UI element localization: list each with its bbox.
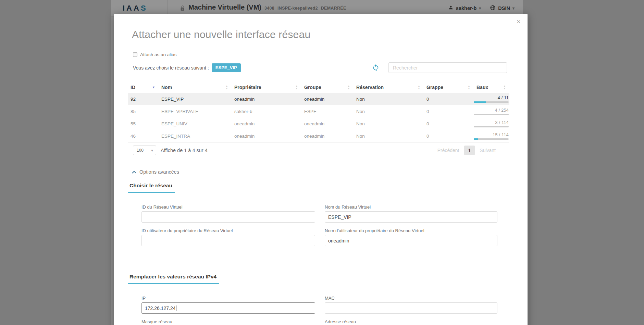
- mac-field[interactable]: [325, 302, 497, 314]
- cell-proprietaire: sakher-b: [232, 109, 301, 114]
- cell-reservation: Non: [354, 121, 424, 126]
- table-header-row: ID▼ Nom▲▼ Propriétaire▲▼ Groupe▲▼ Réserv…: [128, 82, 509, 93]
- search-input[interactable]: [388, 62, 507, 73]
- alias-checkbox[interactable]: [133, 52, 137, 57]
- cell-groupe: oneadmin: [301, 121, 354, 126]
- cell-groupe: oneadmin: [301, 134, 354, 139]
- table-row[interactable]: 55 ESPE_UNIV oneadmin oneadmin Non 0 3 /…: [128, 117, 509, 130]
- column-header-id[interactable]: ID▼: [128, 85, 159, 90]
- cell-id: 85: [128, 109, 159, 114]
- advanced-options-label: Options avancées: [139, 169, 179, 175]
- chosen-network-badge: ESPE_VIP: [212, 63, 241, 72]
- cell-id: 92: [128, 97, 159, 102]
- section-title-network: Choisir le réseau: [128, 183, 175, 193]
- cell-proprietaire: oneadmin: [232, 97, 301, 102]
- cell-baux: 3 / 114: [474, 120, 509, 127]
- vnet-table: ID▼ Nom▲▼ Propriétaire▲▼ Groupe▲▼ Réserv…: [128, 82, 509, 142]
- mac-label: MAC: [325, 296, 497, 301]
- column-header-baux[interactable]: Baux▲▼: [474, 85, 509, 90]
- cell-id: 46: [128, 134, 159, 139]
- cell-id: 55: [128, 121, 159, 126]
- previous-page-button[interactable]: Précédent: [437, 148, 459, 153]
- advanced-options-toggle[interactable]: Options avancées: [132, 169, 528, 175]
- vnet-name-field[interactable]: [325, 211, 497, 223]
- chosen-network-label: Vous avez choisi le réseau suivant :: [133, 65, 209, 71]
- sort-icon: ▲▼: [468, 85, 470, 90]
- cell-baux: 15 / 114: [474, 133, 509, 140]
- sort-icon: ▲▼: [503, 85, 506, 90]
- cell-proprietaire: oneadmin: [232, 134, 301, 139]
- vnet-id-field[interactable]: [141, 211, 315, 223]
- ip-field[interactable]: 172.26.127.24: [141, 302, 315, 314]
- cell-grappe: 0: [424, 121, 474, 126]
- sort-desc-icon: ▼: [152, 86, 155, 89]
- vnet-name-label: Nom du Réseau Virtuel: [325, 204, 497, 210]
- table-row[interactable]: 85 ESPE_VPRIVATE sakher-b ESPE Non 0 4 /…: [128, 105, 509, 117]
- owner-name-field[interactable]: [325, 235, 497, 246]
- pagination-info: Affiche de 1 à 4 sur 4: [161, 148, 208, 153]
- refresh-icon[interactable]: [372, 64, 380, 72]
- sort-icon: ▲▼: [295, 85, 298, 90]
- ip-label: IP: [141, 296, 315, 301]
- current-page-button[interactable]: 1: [464, 146, 475, 155]
- sort-icon: ▲▼: [225, 85, 228, 90]
- leases-bar: [474, 126, 509, 127]
- netmask-label: Masque réseau: [141, 319, 315, 324]
- column-header-reservation[interactable]: Réservation▲▼: [354, 85, 424, 90]
- cell-reservation: Non: [354, 109, 424, 114]
- owner-name-label: Nom d'utilisateur du propriétaire du Rés…: [325, 228, 497, 233]
- leases-bar: [474, 101, 509, 103]
- next-page-button[interactable]: Suivant: [480, 148, 496, 153]
- column-header-proprietaire[interactable]: Propriétaire▲▼: [232, 85, 301, 90]
- owner-id-field[interactable]: [141, 235, 315, 246]
- cell-proprietaire: oneadmin: [232, 121, 301, 126]
- close-icon[interactable]: ×: [517, 18, 521, 25]
- vnet-id-label: ID du Réseau Virtuel: [141, 204, 315, 210]
- cell-grappe: 0: [424, 97, 474, 102]
- cell-nom: ESPE_VPRIVATE: [159, 109, 232, 114]
- cell-grappe: 0: [424, 109, 474, 114]
- sort-icon: ▲▼: [347, 85, 350, 90]
- cell-reservation: Non: [354, 97, 424, 102]
- attach-nic-dialog: × Attacher une nouvelle interface réseau…: [114, 14, 528, 325]
- cell-baux: 4 / 11: [474, 96, 509, 103]
- column-header-nom[interactable]: Nom▲▼: [159, 85, 232, 90]
- table-row[interactable]: 46 ESPE_INTRA oneadmin oneadmin Non 0 15…: [128, 130, 509, 142]
- sort-icon: ▲▼: [418, 85, 420, 90]
- leases-bar: [474, 114, 509, 115]
- chosen-network-row: Vous avez choisi le réseau suivant : ESP…: [133, 62, 509, 73]
- leases-bar: [474, 138, 509, 140]
- page-size-select[interactable]: 100 ▾: [133, 146, 156, 155]
- cell-nom: ESPE_INTRA: [159, 134, 232, 139]
- alias-checkbox-label: Attach as an alias: [140, 52, 177, 57]
- network-address-label: Adresse réseau: [325, 319, 497, 324]
- cell-nom: ESPE_UNIV: [159, 121, 232, 126]
- screen: IAAS Machine Virtuelle (VM) 3408 INSPE-k…: [0, 0, 644, 325]
- cell-baux: 4 / 254: [474, 108, 509, 115]
- cell-groupe: oneadmin: [301, 97, 354, 102]
- table-row[interactable]: 92 ESPE_VIP oneadmin oneadmin Non 0 4 / …: [128, 93, 509, 105]
- cell-grappe: 0: [424, 134, 474, 139]
- ipv4-fields: IP 172.26.127.24 MAC Masque réseau Adres…: [141, 296, 497, 325]
- owner-id-label: ID utilisateur du propriétaire du Réseau…: [141, 228, 315, 233]
- column-header-groupe[interactable]: Groupe▲▼: [301, 85, 354, 90]
- chevron-down-icon: ▾: [151, 148, 153, 153]
- dialog-title: Attacher une nouvelle interface réseau: [132, 29, 528, 40]
- pagination-row: 100 ▾ Affiche de 1 à 4 sur 4 Précédent 1…: [133, 146, 509, 155]
- section-title-ipv4: Remplacer les valeurs réseau IPv4: [128, 274, 219, 284]
- cell-nom: ESPE_VIP: [159, 97, 232, 102]
- chevron-up-icon: [132, 169, 136, 175]
- network-fields: ID du Réseau Virtuel Nom du Réseau Virtu…: [141, 204, 497, 246]
- cell-reservation: Non: [354, 134, 424, 139]
- text-cursor: [176, 305, 176, 311]
- cell-groupe: ESPE: [301, 109, 354, 114]
- column-header-grappe[interactable]: Grappe▲▼: [424, 85, 474, 90]
- alias-row: Attach as an alias: [133, 52, 528, 57]
